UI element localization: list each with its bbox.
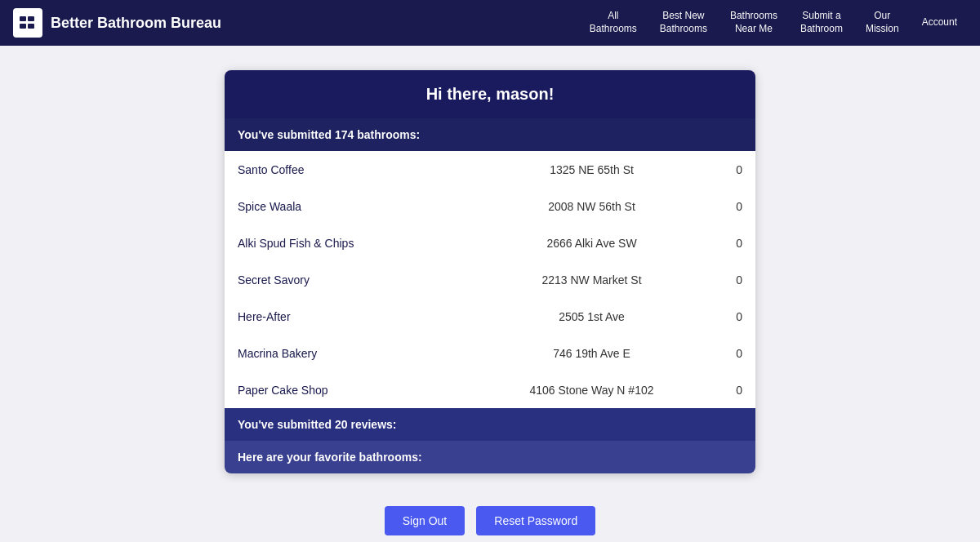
bathroom-name: Macrina Bakery	[238, 347, 474, 360]
bathroom-score: 0	[710, 163, 742, 176]
nav-bathrooms-near-me[interactable]: Bathrooms Near Me	[720, 5, 787, 40]
favorites-header: Here are your favorite bathrooms:	[225, 441, 755, 473]
bathroom-address: 2505 1st Ave	[474, 310, 710, 323]
table-row[interactable]: Santo Coffee 1325 NE 65th St 0	[225, 151, 755, 188]
bathroom-name: Alki Spud Fish & Chips	[238, 237, 474, 250]
bathroom-score: 0	[710, 310, 742, 323]
bathroom-address: 4106 Stone Way N #102	[474, 384, 710, 397]
bathroom-score: 0	[710, 347, 742, 360]
svg-rect-2	[20, 24, 26, 29]
svg-rect-3	[28, 24, 34, 29]
nav-logo[interactable]: Better Bathroom Bureau	[13, 8, 221, 38]
profile-card: Hi there, mason! You've submitted 174 ba…	[225, 70, 755, 473]
svg-rect-0	[20, 16, 26, 21]
logo-text: Better Bathroom Bureau	[51, 15, 221, 32]
bathroom-address: 2008 NW 56th St	[474, 200, 710, 213]
nav-best-new-bathrooms[interactable]: Best New Bathrooms	[650, 5, 717, 40]
profile-greeting: Hi there, mason!	[225, 70, 755, 118]
bathroom-name: Paper Cake Shop	[238, 384, 474, 397]
logo-icon	[13, 8, 42, 38]
bathroom-name: Spice Waala	[238, 200, 474, 213]
bathroom-name: Santo Coffee	[238, 163, 474, 176]
bathroom-name: Here-After	[238, 310, 474, 323]
table-row[interactable]: Alki Spud Fish & Chips 2666 Alki Ave SW …	[225, 224, 755, 261]
nav-all-bathrooms[interactable]: All Bathrooms	[580, 5, 647, 40]
navbar: Better Bathroom Bureau All Bathrooms Bes…	[0, 0, 980, 46]
svg-rect-1	[28, 16, 34, 21]
nav-submit-bathroom[interactable]: Submit a Bathroom	[791, 5, 853, 40]
button-row: Sign Out Reset Password	[0, 490, 980, 542]
bathrooms-submitted-header: You've submitted 174 bathrooms:	[225, 118, 755, 151]
bathroom-address: 1325 NE 65th St	[474, 163, 710, 176]
bathroom-address: 746 19th Ave E	[474, 347, 710, 360]
table-row[interactable]: Here-After 2505 1st Ave 0	[225, 298, 755, 335]
sign-out-button[interactable]: Sign Out	[385, 506, 465, 535]
bathroom-address: 2666 Alki Ave SW	[474, 237, 710, 250]
reviews-submitted-header: You've submitted 20 reviews:	[225, 408, 755, 441]
table-row[interactable]: Paper Cake Shop 4106 Stone Way N #102 0	[225, 371, 755, 408]
bathroom-list: Santo Coffee 1325 NE 65th St 0 Spice Waa…	[225, 151, 755, 408]
table-row[interactable]: Secret Savory 2213 NW Market St 0	[225, 261, 755, 298]
bathroom-score: 0	[710, 273, 742, 287]
bathroom-name: Secret Savory	[238, 273, 474, 287]
bathroom-score: 0	[710, 384, 742, 397]
bathroom-score: 0	[710, 200, 742, 213]
main-content: Hi there, mason! You've submitted 174 ba…	[0, 46, 980, 490]
nav-account[interactable]: Account	[912, 11, 967, 34]
table-row[interactable]: Spice Waala 2008 NW 56th St 0	[225, 188, 755, 224]
table-row[interactable]: Macrina Bakery 746 19th Ave E 0	[225, 335, 755, 371]
bathroom-address: 2213 NW Market St	[474, 273, 710, 287]
nav-links: All Bathrooms Best New Bathrooms Bathroo…	[580, 5, 967, 40]
reset-password-button[interactable]: Reset Password	[476, 506, 595, 535]
nav-our-mission[interactable]: Our Mission	[856, 5, 909, 40]
bathroom-score: 0	[710, 237, 742, 250]
